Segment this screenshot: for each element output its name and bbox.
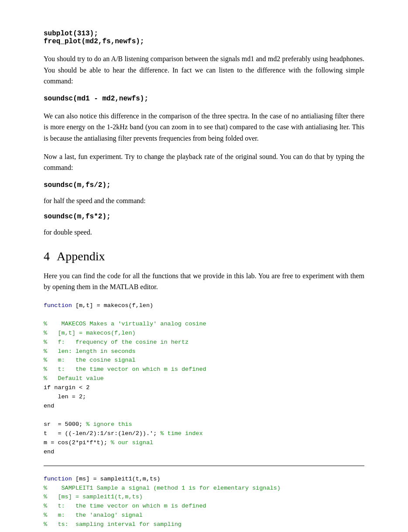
section-number: 4 bbox=[44, 249, 50, 263]
code-divider bbox=[44, 466, 364, 466]
paragraph-spectra: We can also notice this difference in th… bbox=[44, 111, 364, 144]
section-appendix-heading: 4 Appendix bbox=[44, 249, 364, 263]
appendix-intro: Here you can find the code for all the f… bbox=[44, 270, 364, 293]
paragraph-ab-listening: You should try to do an A/B listening co… bbox=[44, 53, 364, 87]
code-soundsc3: soundsc(m,fs*2); bbox=[44, 213, 364, 221]
for-double-speed: for double speed. bbox=[44, 228, 364, 236]
paragraph-playback: Now a last, fun experiment. Try to chang… bbox=[44, 151, 364, 173]
for-half-speed: for half the speed and the command: bbox=[44, 197, 364, 205]
section-title: Appendix bbox=[57, 249, 105, 263]
code-soundsc1: soundsc(md1 - md2,newfs); bbox=[44, 95, 364, 103]
code-soundsc2: soundsc(m,fs/2); bbox=[44, 181, 364, 189]
code-subplot: subplot(313); freq_plot(md2,fs,newfs); bbox=[44, 30, 364, 45]
code-makecos: function [m,t] = makecos(f,len) % MAKECO… bbox=[44, 301, 364, 457]
code-sampleit1: function [ms] = sampleit1(t,m,ts) % SAMP… bbox=[44, 475, 364, 530]
page-content: subplot(313); freq_plot(md2,fs,newfs); Y… bbox=[0, 0, 408, 532]
